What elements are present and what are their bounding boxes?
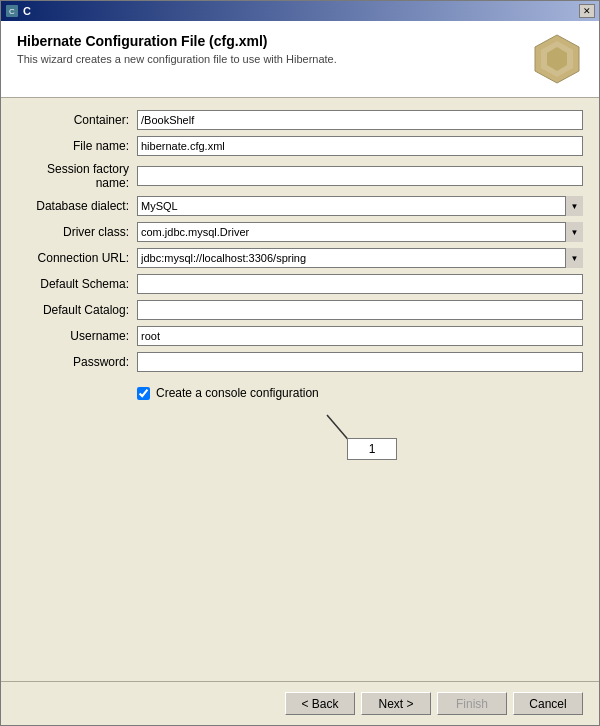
driver-class-label: Driver class: xyxy=(17,225,137,239)
console-config-label: Create a console configuration xyxy=(156,386,319,400)
driver-class-select[interactable]: com.jdbc.mysql.Driver oracle.jdbc.Oracle… xyxy=(137,222,583,242)
back-button[interactable]: < Back xyxy=(285,692,355,715)
database-dialect-row: Database dialect: MySQL Oracle PostgreSQ… xyxy=(17,196,583,216)
database-dialect-wrapper: MySQL Oracle PostgreSQL MSSQL DB2 xyxy=(137,196,583,216)
database-dialect-select[interactable]: MySQL Oracle PostgreSQL MSSQL DB2 xyxy=(137,196,583,216)
title-bar-left: C C xyxy=(5,4,31,18)
annotation-number-box: 1 xyxy=(347,438,397,460)
console-config-checkbox[interactable] xyxy=(137,387,150,400)
default-schema-label: Default Schema: xyxy=(17,277,137,291)
filename-row: File name: xyxy=(17,136,583,156)
dialog-subtitle: This wizard creates a new configuration … xyxy=(17,53,337,65)
connection-url-label: Connection URL: xyxy=(17,251,137,265)
connection-url-row: Connection URL: jdbc:mysql://localhost:3… xyxy=(17,248,583,268)
default-catalog-label: Default Catalog: xyxy=(17,303,137,317)
driver-class-row: Driver class: com.jdbc.mysql.Driver orac… xyxy=(17,222,583,242)
default-schema-input[interactable] xyxy=(137,274,583,294)
session-factory-input[interactable] xyxy=(137,166,583,186)
next-button[interactable]: Next > xyxy=(361,692,431,715)
title-bar: C C ✕ xyxy=(1,1,599,21)
cancel-button[interactable]: Cancel xyxy=(513,692,583,715)
header-panel: Hibernate Configuration File (cfg.xml) T… xyxy=(1,21,599,98)
default-catalog-input[interactable] xyxy=(137,300,583,320)
session-factory-label: Session factory name: xyxy=(17,162,137,190)
default-schema-row: Default Schema: xyxy=(17,274,583,294)
title-bar-buttons: ✕ xyxy=(579,4,595,18)
form-content: Container: File name: Session factory na… xyxy=(1,98,599,681)
username-input[interactable] xyxy=(137,326,583,346)
container-row: Container: xyxy=(17,110,583,130)
hibernate-logo xyxy=(531,33,583,85)
default-catalog-row: Default Catalog: xyxy=(17,300,583,320)
driver-class-wrapper: com.jdbc.mysql.Driver oracle.jdbc.Oracle… xyxy=(137,222,583,242)
username-label: Username: xyxy=(17,329,137,343)
database-dialect-label: Database dialect: xyxy=(17,199,137,213)
username-row: Username: xyxy=(17,326,583,346)
container-input[interactable] xyxy=(137,110,583,130)
password-row: Password: xyxy=(17,352,583,372)
session-factory-row: Session factory name: xyxy=(17,162,583,190)
connection-url-select[interactable]: jdbc:mysql://localhost:3306/spring jdbc:… xyxy=(137,248,583,268)
password-label: Password: xyxy=(17,355,137,369)
annotation-area: 1 xyxy=(137,410,583,470)
footer-buttons: < Back Next > Finish Cancel xyxy=(1,681,599,725)
connection-url-wrapper: jdbc:mysql://localhost:3306/spring jdbc:… xyxy=(137,248,583,268)
filename-label: File name: xyxy=(17,139,137,153)
dialog-title: Hibernate Configuration File (cfg.xml) xyxy=(17,33,337,49)
annotation-number: 1 xyxy=(369,442,376,456)
container-label: Container: xyxy=(17,113,137,127)
app-icon: C xyxy=(5,4,19,18)
finish-button[interactable]: Finish xyxy=(437,692,507,715)
header-text: Hibernate Configuration File (cfg.xml) T… xyxy=(17,33,337,65)
main-window: C C ✕ Hibernate Configuration File (cfg.… xyxy=(0,0,600,726)
console-config-row: Create a console configuration xyxy=(137,386,583,400)
svg-text:C: C xyxy=(9,7,15,16)
title-bar-text: C xyxy=(23,5,31,17)
filename-input[interactable] xyxy=(137,136,583,156)
close-button[interactable]: ✕ xyxy=(579,4,595,18)
password-input[interactable] xyxy=(137,352,583,372)
